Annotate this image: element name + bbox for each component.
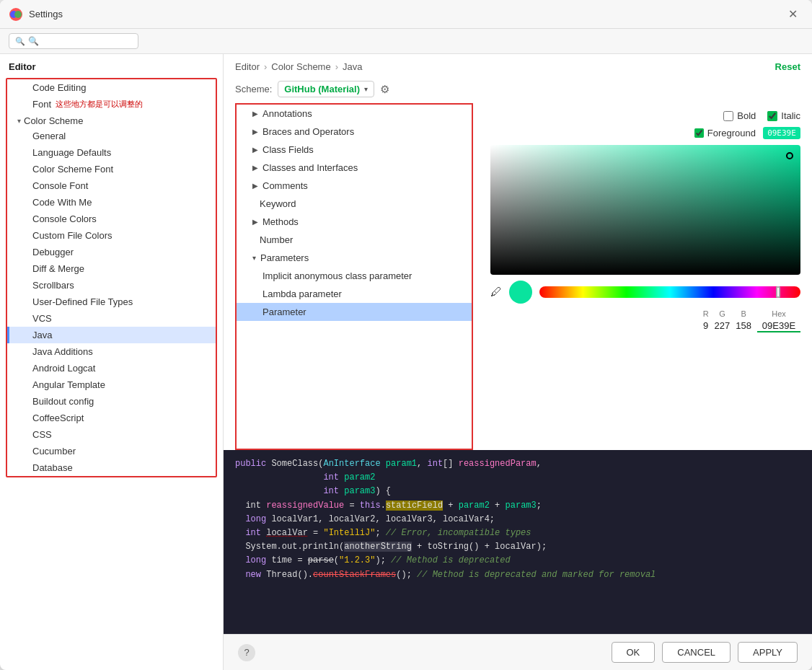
- font-label: Font: [32, 99, 51, 110]
- cs-item-parameter[interactable]: Parameter: [237, 303, 472, 321]
- expand-icon: ▶: [252, 128, 258, 136]
- eyedropper-hue-row: 🖊: [490, 281, 800, 304]
- reset-button[interactable]: Reset: [775, 61, 800, 72]
- g-label: G: [719, 309, 725, 318]
- sidebar-item-general[interactable]: General: [7, 128, 216, 144]
- color-gradient-box[interactable]: [490, 145, 800, 275]
- cs-item-braces-operators[interactable]: ▶ Braces and Operators: [237, 123, 472, 141]
- sidebar-section-editor: Editor: [0, 57, 223, 75]
- breadcrumb-color-scheme: Color Scheme: [271, 61, 330, 72]
- cancel-button[interactable]: CANCEL: [662, 642, 731, 663]
- scheme-select[interactable]: GitHub (Material) ▾: [278, 81, 374, 97]
- close-button[interactable]: ✕: [782, 4, 803, 24]
- cs-item-classes-interfaces[interactable]: ▶ Classes and Interfaces: [237, 159, 472, 177]
- hex-input[interactable]: [757, 320, 800, 332]
- code-line-8: long time = parse("1.2.3"); // Method is…: [235, 554, 800, 568]
- sidebar-item-user-defined[interactable]: User-Defined File Types: [7, 294, 216, 310]
- hue-slider[interactable]: [539, 286, 800, 298]
- bold-italic-row: Bold Italic: [490, 110, 800, 121]
- hex-field[interactable]: Hex: [757, 309, 800, 332]
- search-bar: 🔍: [0, 29, 812, 54]
- code-line-4: int reassignedValue = this.staticField +…: [235, 499, 800, 513]
- expand-icon: ▶: [252, 218, 258, 226]
- hue-slider-thumb: [776, 286, 780, 298]
- color-picker-panel: Bold Italic Foreground 09E39E: [479, 103, 812, 450]
- cs-item-keyword[interactable]: Keyword: [237, 195, 472, 213]
- r-label: R: [703, 309, 709, 318]
- search-wrap[interactable]: 🔍: [9, 33, 138, 49]
- cs-item-methods[interactable]: ▶ Methods: [237, 213, 472, 231]
- sidebar-item-cucumber[interactable]: Cucumber: [7, 443, 216, 459]
- cs-item-number[interactable]: Number: [237, 231, 472, 249]
- breadcrumb: Editor › Color Scheme › Java Reset: [224, 54, 812, 76]
- sidebar-item-buildout-config[interactable]: Buildout config: [7, 393, 216, 410]
- cs-item-parameters[interactable]: ▾ Parameters: [237, 249, 472, 267]
- b-label: B: [741, 309, 746, 318]
- font-annotation: 这些地方都是可以调整的: [56, 99, 143, 110]
- sidebar: Editor Code Editing Font 这些地方都是可以调整的 ▾ C…: [0, 54, 224, 670]
- sidebar-item-java[interactable]: Java: [7, 327, 216, 343]
- sidebar-item-database[interactable]: Database: [7, 459, 216, 476]
- b-field: B 158: [736, 309, 751, 331]
- window-title: Settings: [29, 9, 782, 19]
- rgb-row: R 9 G 227 B 158 Hex: [490, 309, 800, 332]
- settings-window: Settings ✕ 🔍 Editor Code Editing Font 这些…: [0, 0, 812, 670]
- cs-item-comments[interactable]: ▶ Comments: [237, 177, 472, 195]
- gear-icon[interactable]: ⚙: [380, 83, 389, 96]
- sidebar-item-css[interactable]: CSS: [7, 426, 216, 443]
- italic-checkbox[interactable]: [767, 111, 777, 121]
- r-value: 9: [703, 320, 708, 331]
- bold-checkbox[interactable]: [723, 111, 733, 121]
- scheme-label: Scheme:: [235, 84, 272, 94]
- italic-checkbox-label[interactable]: Italic: [767, 110, 800, 121]
- search-input[interactable]: [28, 36, 132, 46]
- eyedropper-button[interactable]: 🖊: [490, 286, 502, 299]
- apply-button[interactable]: APPLY: [738, 642, 798, 663]
- chevron-down-icon: ▾: [17, 117, 21, 125]
- sidebar-item-color-scheme-font[interactable]: Color Scheme Font: [7, 161, 216, 177]
- expand-icon: ▶: [252, 164, 258, 172]
- sidebar-item-vcs[interactable]: VCS: [7, 310, 216, 327]
- breadcrumb-java: Java: [343, 61, 362, 72]
- sidebar-item-language-defaults[interactable]: Language Defaults: [7, 144, 216, 161]
- bold-checkbox-label[interactable]: Bold: [723, 110, 756, 121]
- g-field: G 227: [715, 309, 731, 331]
- sidebar-item-font[interactable]: Font 这些地方都是可以调整的: [7, 96, 216, 113]
- sidebar-item-color-scheme-group[interactable]: ▾ Color Scheme: [7, 113, 216, 128]
- sidebar-item-console-colors[interactable]: Console Colors: [7, 211, 216, 227]
- svg-point-2: [14, 11, 22, 18]
- sidebar-item-debugger[interactable]: Debugger: [7, 244, 216, 260]
- cs-item-class-fields[interactable]: ▶ Class Fields: [237, 141, 472, 159]
- expand-icon: ▶: [252, 146, 258, 154]
- hue-circle: [509, 281, 532, 304]
- sidebar-item-diff-merge[interactable]: Diff & Merge: [7, 260, 216, 277]
- help-button[interactable]: ?: [238, 644, 255, 661]
- code-line-5: long localVar1, localVar2, localVar3, lo…: [235, 513, 800, 526]
- r-field: R 9: [703, 309, 709, 331]
- sidebar-item-coffeescript[interactable]: CoffeeScript: [7, 410, 216, 426]
- code-line-3: int param3) {: [235, 485, 800, 498]
- ok-button[interactable]: OK: [612, 642, 656, 663]
- sidebar-item-console-font[interactable]: Console Font: [7, 177, 216, 194]
- breadcrumb-path: Editor › Color Scheme › Java: [235, 61, 363, 72]
- scheme-row: Scheme: GitHub (Material) ▾ ⚙: [224, 76, 812, 103]
- sidebar-item-android-logcat[interactable]: Android Logcat: [7, 360, 216, 376]
- foreground-label: Foreground: [707, 128, 756, 138]
- sidebar-item-custom-file-colors[interactable]: Custom File Colors: [7, 227, 216, 244]
- cs-list: ▶ Annotations ▶ Braces and Operators ▶ C…: [235, 103, 473, 450]
- breadcrumb-sep2: ›: [335, 61, 338, 72]
- sidebar-item-scrollbars[interactable]: Scrollbars: [7, 277, 216, 294]
- cs-item-lambda-param[interactable]: Lambda parameter: [237, 285, 472, 303]
- sidebar-item-code-editing[interactable]: Code Editing: [7, 79, 216, 96]
- expand-icon: ▾: [252, 254, 256, 262]
- sidebar-item-angular-template[interactable]: Angular Template: [7, 376, 216, 393]
- fg-checkbox[interactable]: [694, 128, 704, 138]
- cs-item-annotations[interactable]: ▶ Annotations: [237, 105, 472, 123]
- color-circle-indicator: [786, 152, 793, 159]
- color-swatch[interactable]: 09E39E: [763, 127, 800, 139]
- cs-item-implicit-anon[interactable]: Implicit anonymous class parameter: [237, 267, 472, 285]
- breadcrumb-editor: Editor: [235, 61, 260, 72]
- sidebar-item-java-additions[interactable]: Java Additions: [7, 343, 216, 360]
- fg-checkbox-label[interactable]: Foreground: [694, 128, 756, 138]
- sidebar-item-code-with-me[interactable]: Code With Me: [7, 194, 216, 211]
